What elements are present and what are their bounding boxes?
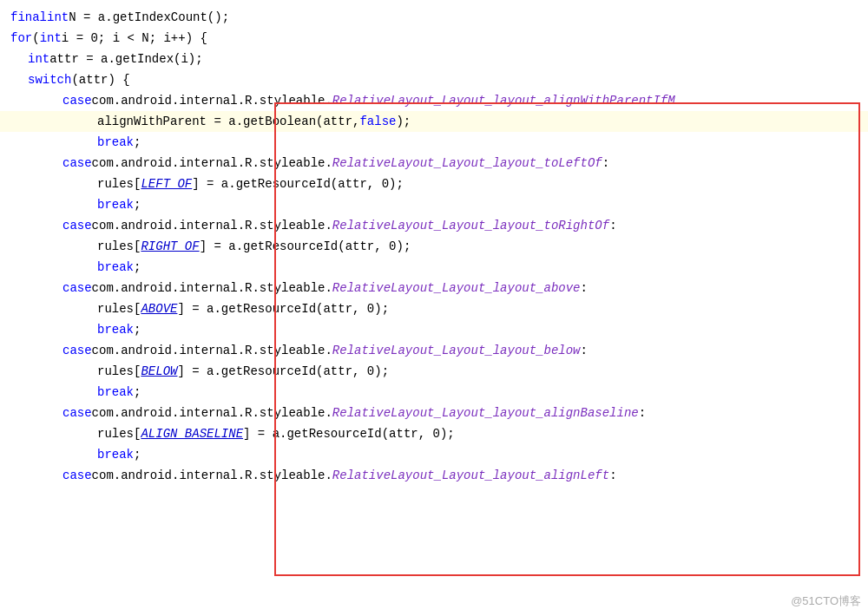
keyword: break [97, 258, 134, 277]
code-text: ] = a.getResourceId(attr, 0); [177, 299, 389, 318]
keyword: case [62, 216, 92, 235]
code-text: com.android.internal.R.styleable. [92, 341, 332, 360]
code-line-13: break; [0, 257, 868, 278]
code-text: com.android.internal.R.styleable. [92, 279, 332, 298]
code-text: com.android.internal.R.styleable. [92, 466, 332, 485]
keyword: break [97, 133, 134, 152]
code-line-6: alignWithParent = a.getBoolean(attr, fal… [0, 111, 868, 132]
keyword: for [10, 29, 32, 48]
constant-name: LEFT_OF [141, 174, 192, 193]
code-text: com.android.internal.R.styleable. [92, 91, 332, 110]
code-text: ; [134, 383, 141, 402]
code-line-22: break; [0, 444, 868, 465]
code-text: ; [134, 258, 141, 277]
keyword: break [97, 320, 134, 339]
styleable-name: RelativeLayout_Layout_layout_alignBaseli… [332, 403, 639, 423]
styleable-name: RelativeLayout_Layout_layout_below [332, 341, 581, 360]
code-text: : [581, 279, 588, 298]
keyword: final [10, 8, 47, 27]
styleable-name: RelativeLayout_Layout_layout_above [332, 279, 581, 298]
code-line-3: int attr = a.getIndex(i); [0, 49, 868, 69]
code-line-7: break; [0, 132, 868, 153]
constant-name: ABOVE [141, 299, 177, 318]
code-text: N = a.getIndexCount(); [69, 8, 229, 27]
code-text: com.android.internal.R.styleable. [92, 403, 332, 423]
code-line-4: switch (attr) { [0, 69, 868, 90]
code-line-17: case com.android.internal.R.styleable.Re… [0, 340, 868, 361]
code-text: ] = a.getResourceId(attr, 0); [200, 237, 411, 256]
code-line-9: rules[LEFT_OF] = a.getResourceId(attr, 0… [0, 174, 868, 194]
code-text: ; [134, 133, 141, 152]
code-text: : [581, 341, 588, 360]
constant-name: ALIGN_BASELINE [141, 424, 243, 443]
code-text: ] = a.getResourceId(attr, 0); [177, 362, 389, 381]
keyword: switch [28, 70, 71, 89]
constant-name: BELOW [141, 362, 177, 381]
keyword: case [62, 154, 92, 173]
code-text: : [609, 216, 616, 235]
code-text: i = 0; i < N; i++) { [62, 29, 207, 48]
keyword: false [359, 112, 396, 131]
code-text: ; [134, 445, 141, 464]
keyword: case [62, 466, 92, 485]
code-line-10: break; [0, 194, 868, 215]
code-text: com.android.internal.R.styleable. [92, 154, 332, 173]
styleable-name: RelativeLayout_Layout_layout_toLeftOf [332, 154, 602, 173]
code-line-21: rules[ALIGN_BASELINE] = a.getResourceId(… [0, 423, 868, 444]
keyword: int [28, 49, 49, 69]
code-text: ( [32, 29, 39, 48]
watermark-text: @51CTO博客 [791, 593, 861, 609]
code-text: rules[ [97, 237, 141, 256]
code-text: (attr) { [71, 70, 129, 89]
styleable-name: RelativeLayout_Layout_layout_alignWithPa… [332, 91, 675, 110]
constant-name: RIGHT_OF [141, 237, 199, 256]
keyword: break [97, 445, 134, 464]
code-text: ] = a.getResourceId(attr, 0); [192, 174, 404, 193]
code-text: rules[ [97, 299, 141, 318]
code-text: ); [396, 112, 411, 131]
code-text: attr = a.getIndex(i); [49, 49, 202, 69]
code-line-16: break; [0, 319, 868, 340]
code-line-11: case com.android.internal.R.styleable.Re… [0, 215, 868, 236]
code-line-2: for (int i = 0; i < N; i++) { [0, 28, 868, 49]
code-line-1: final int N = a.getIndexCount(); [0, 7, 868, 28]
code-text: com.android.internal.R.styleable. [92, 216, 332, 235]
code-text: rules[ [97, 424, 141, 443]
styleable-name: RelativeLayout_Layout_layout_alignLeft [332, 466, 609, 485]
code-text: ; [134, 195, 141, 214]
code-text: : [609, 466, 616, 485]
code-text: : [602, 154, 609, 173]
code-line-12: rules[RIGHT_OF] = a.getResourceId(attr, … [0, 236, 868, 257]
code-text: ; [134, 320, 141, 339]
code-container: final int N = a.getIndexCount();for (int… [0, 0, 868, 616]
code-line-20: case com.android.internal.R.styleable.Re… [0, 403, 868, 423]
code-line-23: case com.android.internal.R.styleable.Re… [0, 465, 868, 486]
keyword: break [97, 195, 134, 214]
code-line-14: case com.android.internal.R.styleable.Re… [0, 278, 868, 298]
keyword: case [62, 91, 92, 110]
keyword: case [62, 341, 92, 360]
code-line-8: case com.android.internal.R.styleable.Re… [0, 153, 868, 174]
code-text: rules[ [97, 174, 141, 193]
code-line-19: break; [0, 382, 868, 403]
code-text: rules[ [97, 362, 141, 381]
keyword: int [40, 29, 62, 48]
code-line-15: rules[ABOVE] = a.getResourceId(attr, 0); [0, 298, 868, 319]
code-text: ] = a.getResourceId(attr, 0); [243, 424, 455, 443]
keyword: break [97, 383, 134, 402]
styleable-name: RelativeLayout_Layout_layout_toRightOf [332, 216, 609, 235]
keyword: int [47, 8, 69, 27]
keyword: case [62, 279, 92, 298]
keyword: case [62, 403, 92, 423]
code-text: alignWithParent = a.getBoolean(attr, [97, 112, 359, 131]
code-line-18: rules[BELOW] = a.getResourceId(attr, 0); [0, 361, 868, 382]
code-line-5: case com.android.internal.R.styleable.Re… [0, 90, 868, 111]
code-text: : [639, 403, 646, 423]
